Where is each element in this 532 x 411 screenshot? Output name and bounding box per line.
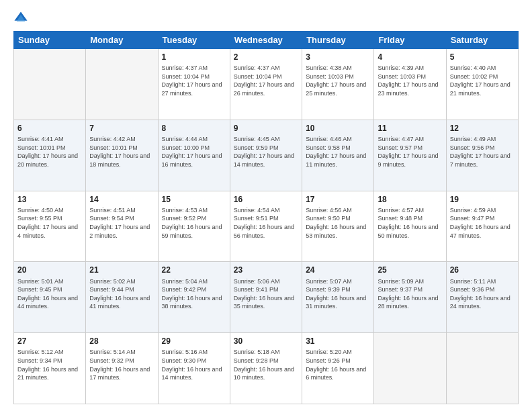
day-number: 25 — [378, 265, 442, 275]
calendar-cell: 7Sunrise: 4:42 AM Sunset: 10:01 PM Dayli… — [86, 120, 158, 191]
day-number: 16 — [234, 194, 298, 205]
calendar-cell: 22Sunrise: 5:04 AM Sunset: 9:42 PM Dayli… — [158, 262, 230, 333]
calendar-cell: 30Sunrise: 5:18 AM Sunset: 9:28 PM Dayli… — [230, 333, 302, 404]
calendar-day-header: Saturday — [446, 32, 518, 49]
day-info: Sunrise: 5:06 AM Sunset: 9:41 PM Dayligh… — [234, 277, 298, 311]
calendar-header-row: SundayMondayTuesdayWednesdayThursdayFrid… — [14, 32, 519, 49]
day-number: 1 — [162, 52, 226, 62]
day-info: Sunrise: 4:37 AM Sunset: 10:04 PM Daylig… — [234, 64, 298, 97]
day-info: Sunrise: 4:42 AM Sunset: 10:01 PM Daylig… — [89, 135, 154, 169]
day-info: Sunrise: 4:59 AM Sunset: 9:47 PM Dayligh… — [450, 206, 515, 240]
calendar-week-row: 6Sunrise: 4:41 AM Sunset: 10:01 PM Dayli… — [14, 120, 519, 191]
logo — [13, 11, 31, 26]
page: SundayMondayTuesdayWednesdayThursdayFrid… — [0, 0, 532, 411]
day-info: Sunrise: 4:50 AM Sunset: 9:55 PM Dayligh… — [17, 206, 82, 240]
day-number: 9 — [234, 123, 298, 134]
day-info: Sunrise: 4:56 AM Sunset: 9:50 PM Dayligh… — [306, 206, 370, 240]
calendar-cell: 24Sunrise: 5:07 AM Sunset: 9:39 PM Dayli… — [302, 262, 374, 333]
header — [13, 11, 519, 26]
day-info: Sunrise: 5:18 AM Sunset: 9:28 PM Dayligh… — [234, 348, 298, 381]
calendar-cell — [446, 333, 518, 404]
calendar-cell: 27Sunrise: 5:12 AM Sunset: 9:34 PM Dayli… — [14, 333, 86, 404]
day-info: Sunrise: 4:54 AM Sunset: 9:51 PM Dayligh… — [234, 206, 298, 240]
calendar-cell: 26Sunrise: 5:11 AM Sunset: 9:36 PM Dayli… — [446, 262, 518, 333]
day-info: Sunrise: 5:11 AM Sunset: 9:36 PM Dayligh… — [450, 277, 515, 311]
day-number: 5 — [450, 52, 515, 62]
calendar-cell — [374, 333, 446, 404]
calendar-cell: 23Sunrise: 5:06 AM Sunset: 9:41 PM Dayli… — [230, 262, 302, 333]
day-info: Sunrise: 5:14 AM Sunset: 9:32 PM Dayligh… — [89, 348, 154, 381]
calendar-day-header: Thursday — [302, 32, 374, 49]
calendar-cell: 5Sunrise: 4:40 AM Sunset: 10:02 PM Dayli… — [446, 49, 518, 120]
day-number: 2 — [234, 52, 298, 62]
calendar-day-header: Sunday — [14, 32, 86, 49]
calendar-cell: 2Sunrise: 4:37 AM Sunset: 10:04 PM Dayli… — [230, 49, 302, 120]
day-number: 14 — [89, 194, 154, 205]
day-number: 19 — [450, 194, 515, 205]
calendar-cell: 29Sunrise: 5:16 AM Sunset: 9:30 PM Dayli… — [158, 333, 230, 404]
day-number: 11 — [378, 123, 442, 134]
day-number: 27 — [17, 336, 82, 347]
calendar-cell: 17Sunrise: 4:56 AM Sunset: 9:50 PM Dayli… — [302, 191, 374, 262]
calendar-cell: 13Sunrise: 4:50 AM Sunset: 9:55 PM Dayli… — [14, 191, 86, 262]
day-number: 29 — [162, 336, 226, 347]
day-number: 12 — [450, 123, 515, 134]
day-info: Sunrise: 5:16 AM Sunset: 9:30 PM Dayligh… — [162, 348, 226, 381]
calendar-table: SundayMondayTuesdayWednesdayThursdayFrid… — [13, 31, 519, 404]
day-info: Sunrise: 4:41 AM Sunset: 10:01 PM Daylig… — [17, 135, 82, 169]
calendar-cell: 1Sunrise: 4:37 AM Sunset: 10:04 PM Dayli… — [158, 49, 230, 120]
calendar-cell: 18Sunrise: 4:57 AM Sunset: 9:48 PM Dayli… — [374, 191, 446, 262]
day-number: 20 — [17, 265, 82, 275]
calendar-cell: 11Sunrise: 4:47 AM Sunset: 9:57 PM Dayli… — [374, 120, 446, 191]
day-number: 30 — [234, 336, 298, 347]
calendar-cell: 6Sunrise: 4:41 AM Sunset: 10:01 PM Dayli… — [14, 120, 86, 191]
day-info: Sunrise: 4:46 AM Sunset: 9:58 PM Dayligh… — [306, 135, 370, 169]
day-info: Sunrise: 4:57 AM Sunset: 9:48 PM Dayligh… — [378, 206, 442, 240]
day-info: Sunrise: 4:38 AM Sunset: 10:03 PM Daylig… — [306, 64, 370, 97]
logo-icon — [13, 11, 28, 26]
day-number: 3 — [306, 52, 370, 62]
day-info: Sunrise: 4:53 AM Sunset: 9:52 PM Dayligh… — [162, 206, 226, 240]
day-number: 26 — [450, 265, 515, 275]
day-number: 31 — [306, 336, 370, 347]
day-number: 23 — [234, 265, 298, 275]
calendar-week-row: 20Sunrise: 5:01 AM Sunset: 9:45 PM Dayli… — [14, 262, 519, 333]
calendar-cell: 4Sunrise: 4:39 AM Sunset: 10:03 PM Dayli… — [374, 49, 446, 120]
day-number: 4 — [378, 52, 442, 62]
day-info: Sunrise: 4:37 AM Sunset: 10:04 PM Daylig… — [162, 64, 226, 97]
calendar-cell: 14Sunrise: 4:51 AM Sunset: 9:54 PM Dayli… — [86, 191, 158, 262]
calendar-day-header: Friday — [374, 32, 446, 49]
calendar-cell: 3Sunrise: 4:38 AM Sunset: 10:03 PM Dayli… — [302, 49, 374, 120]
day-info: Sunrise: 5:20 AM Sunset: 9:26 PM Dayligh… — [306, 348, 370, 381]
day-info: Sunrise: 4:45 AM Sunset: 9:59 PM Dayligh… — [234, 135, 298, 169]
calendar-cell: 10Sunrise: 4:46 AM Sunset: 9:58 PM Dayli… — [302, 120, 374, 191]
day-number: 10 — [306, 123, 370, 134]
calendar-cell: 8Sunrise: 4:44 AM Sunset: 10:00 PM Dayli… — [158, 120, 230, 191]
calendar-week-row: 27Sunrise: 5:12 AM Sunset: 9:34 PM Dayli… — [14, 333, 519, 404]
day-number: 24 — [306, 265, 370, 275]
calendar-cell: 12Sunrise: 4:49 AM Sunset: 9:56 PM Dayli… — [446, 120, 518, 191]
day-number: 18 — [378, 194, 442, 205]
day-info: Sunrise: 5:09 AM Sunset: 9:37 PM Dayligh… — [378, 277, 442, 311]
calendar-cell: 28Sunrise: 5:14 AM Sunset: 9:32 PM Dayli… — [86, 333, 158, 404]
day-info: Sunrise: 5:12 AM Sunset: 9:34 PM Dayligh… — [17, 348, 82, 381]
day-info: Sunrise: 4:47 AM Sunset: 9:57 PM Dayligh… — [378, 135, 442, 169]
calendar-cell: 19Sunrise: 4:59 AM Sunset: 9:47 PM Dayli… — [446, 191, 518, 262]
calendar-day-header: Tuesday — [158, 32, 230, 49]
day-info: Sunrise: 5:07 AM Sunset: 9:39 PM Dayligh… — [306, 277, 370, 311]
day-info: Sunrise: 4:49 AM Sunset: 9:56 PM Dayligh… — [450, 135, 515, 169]
calendar-cell: 21Sunrise: 5:02 AM Sunset: 9:44 PM Dayli… — [86, 262, 158, 333]
calendar-cell — [14, 49, 86, 120]
calendar-cell: 16Sunrise: 4:54 AM Sunset: 9:51 PM Dayli… — [230, 191, 302, 262]
day-info: Sunrise: 5:02 AM Sunset: 9:44 PM Dayligh… — [89, 277, 154, 311]
calendar-week-row: 1Sunrise: 4:37 AM Sunset: 10:04 PM Dayli… — [14, 49, 519, 120]
day-info: Sunrise: 4:44 AM Sunset: 10:00 PM Daylig… — [162, 135, 226, 169]
calendar-day-header: Wednesday — [230, 32, 302, 49]
calendar-cell: 25Sunrise: 5:09 AM Sunset: 9:37 PM Dayli… — [374, 262, 446, 333]
calendar-day-header: Monday — [86, 32, 158, 49]
calendar-cell: 9Sunrise: 4:45 AM Sunset: 9:59 PM Daylig… — [230, 120, 302, 191]
calendar-cell — [86, 49, 158, 120]
day-number: 6 — [17, 123, 82, 134]
day-number: 13 — [17, 194, 82, 205]
day-info: Sunrise: 4:51 AM Sunset: 9:54 PM Dayligh… — [89, 206, 154, 240]
